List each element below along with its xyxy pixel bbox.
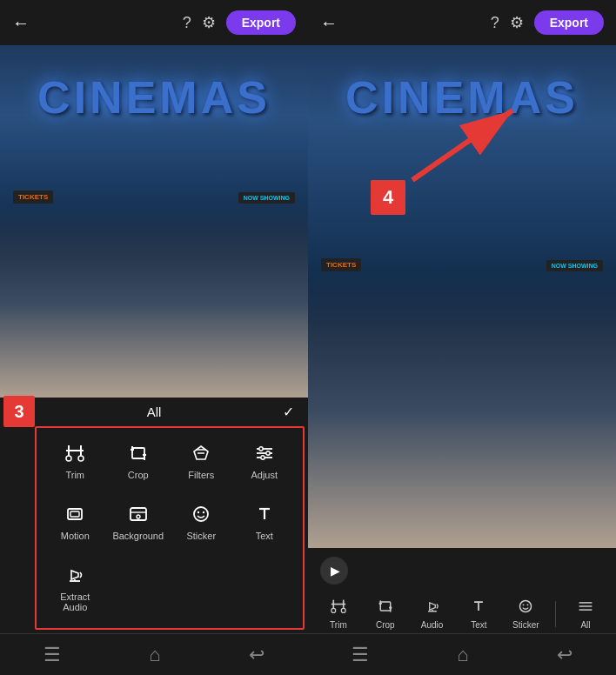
svg-point-36 (341, 608, 345, 612)
toolbar-all-icon (577, 598, 594, 618)
toolbar-text-icon (470, 598, 487, 618)
right-top-right-icons: ? ⚙ Export (491, 10, 604, 35)
tools-row-1: Trim Crop (37, 431, 303, 492)
step4-indicator: 4 (371, 180, 405, 215)
right-panel: ← ? ⚙ Export 4 CINEMAS TICKETS NOW SHOWI… (308, 0, 616, 675)
left-top-right-icons: ? ⚙ Export (183, 10, 296, 35)
toolbar-text[interactable]: Text (461, 598, 496, 630)
tool-sticker[interactable]: Sticker (170, 496, 233, 550)
tools-all-label: All (147, 404, 162, 419)
tools-header: All ✓ (0, 398, 308, 426)
step3-indicator: 3 (3, 396, 35, 427)
toolbar-trim-icon (330, 598, 347, 618)
tool-trim[interactable]: Trim (44, 435, 107, 489)
left-help-icon[interactable]: ? (183, 14, 191, 32)
extract-audio-icon (64, 565, 85, 588)
tools-grid-container: Trim Crop (35, 426, 305, 630)
right-top-bar: ← ? ⚙ Export (308, 0, 616, 45)
svg-point-17 (261, 456, 264, 459)
toolbar-sticker-icon (517, 598, 534, 618)
extract-audio-label: Extract Audio (47, 591, 104, 612)
left-nav-home[interactable]: ⌂ (149, 644, 160, 666)
left-bottom-nav: ☰ ⌂ ↩ (0, 633, 308, 675)
svg-point-25 (203, 511, 204, 513)
crop-label: Crop (128, 470, 149, 480)
filters-label: Filters (188, 470, 214, 480)
tool-filters[interactable]: Filters (170, 435, 233, 489)
toolbar-audio[interactable]: Audio (415, 598, 450, 630)
left-top-bar: ← ? ⚙ Export (0, 0, 308, 45)
svg-point-15 (259, 447, 263, 451)
toolbar-trim[interactable]: Trim (321, 598, 356, 630)
tool-text[interactable]: Text (233, 496, 297, 550)
svg-point-48 (527, 604, 529, 605)
play-button[interactable]: ▶ (320, 557, 348, 585)
adjust-icon (254, 444, 275, 466)
right-cinema-building (308, 271, 616, 548)
svg-point-23 (194, 507, 208, 521)
motion-label: Motion (61, 531, 90, 541)
tool-background[interactable]: Background (107, 496, 171, 550)
left-export-button[interactable]: Export (226, 10, 296, 35)
tool-extract-audio[interactable]: Extract Audio (44, 557, 107, 621)
svg-rect-5 (132, 448, 144, 458)
toolbar-trim-label: Trim (330, 620, 347, 630)
trim-icon (64, 444, 85, 466)
cinema-building (0, 204, 308, 398)
tools-row-2: Motion Background (37, 492, 303, 553)
right-cinemas-text: CINEMAS (317, 71, 607, 124)
svg-point-35 (331, 608, 336, 612)
svg-point-16 (266, 451, 270, 455)
crop-icon (128, 444, 149, 466)
play-btn-area: ▶ (308, 548, 616, 593)
toolbar-crop-label: Crop (376, 620, 395, 630)
right-video-preview: 4 CINEMAS TICKETS NOW SHOWING (308, 45, 616, 548)
tools-row-3: Extract Audio (37, 553, 303, 625)
tool-adjust[interactable]: Adjust (233, 435, 297, 489)
tool-motion[interactable]: Motion (44, 496, 107, 550)
background-label: Background (112, 531, 164, 541)
right-nav-back[interactable]: ↩ (557, 644, 572, 666)
text-icon (254, 505, 275, 527)
left-settings-icon[interactable]: ⚙ (202, 13, 216, 32)
svg-point-22 (137, 515, 140, 518)
right-tickets-sign: TICKETS (321, 258, 361, 271)
left-panel: ← ? ⚙ Export CINEMAS TICKETS NOW SHOWING… (0, 0, 308, 675)
toolbar-all[interactable]: All (568, 598, 603, 630)
tool-crop[interactable]: Crop (107, 435, 171, 489)
trim-label: Trim (65, 470, 84, 480)
left-nav-back[interactable]: ↩ (249, 644, 264, 666)
toolbar-sticker-label: Sticker (512, 620, 539, 630)
toolbar-divider (555, 601, 556, 627)
right-now-showing-sign: NOW SHOWING (546, 260, 603, 271)
toolbar-sticker[interactable]: Sticker (508, 598, 543, 630)
svg-point-47 (523, 604, 525, 605)
svg-rect-19 (70, 511, 79, 517)
filters-icon (191, 444, 211, 466)
now-showing-sign: NOW SHOWING (238, 192, 295, 204)
background-icon (128, 505, 149, 527)
toolbar-audio-label: Audio (421, 620, 444, 630)
right-bottom-nav: ☰ ⌂ ↩ (308, 633, 616, 675)
right-nav-menu[interactable]: ☰ (352, 644, 369, 666)
right-settings-icon[interactable]: ⚙ (510, 13, 524, 32)
svg-rect-37 (380, 602, 390, 611)
tools-section: All ✓ Trim (0, 398, 308, 633)
sticker-icon (191, 505, 211, 527)
left-back-button[interactable]: ← (12, 13, 30, 33)
svg-point-24 (198, 511, 199, 513)
cinemas-text: CINEMAS (9, 71, 299, 124)
right-back-button[interactable]: ← (320, 13, 338, 33)
toolbar-crop-icon (377, 598, 394, 618)
right-nav-home[interactable]: ⌂ (457, 644, 468, 666)
right-help-icon[interactable]: ? (491, 14, 499, 32)
toolbar-audio-icon (424, 598, 441, 618)
left-nav-menu[interactable]: ☰ (44, 644, 61, 666)
right-bottom-toolbar: Trim Crop (308, 593, 616, 633)
svg-point-46 (520, 600, 532, 612)
text-label: Text (256, 531, 273, 541)
check-icon[interactable]: ✓ (283, 404, 294, 420)
svg-point-4 (78, 456, 84, 461)
right-export-button[interactable]: Export (534, 10, 604, 35)
toolbar-crop[interactable]: Crop (368, 598, 403, 630)
